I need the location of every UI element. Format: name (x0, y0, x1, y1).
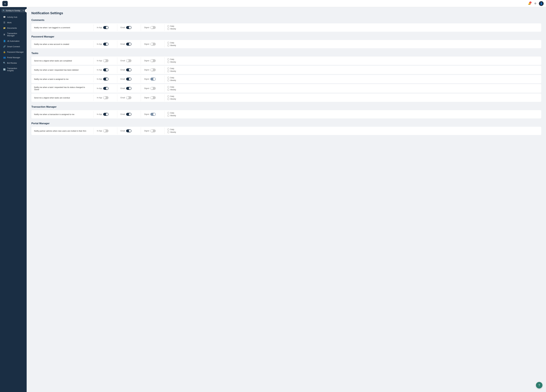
weekly-option[interactable]: Weekly (167, 44, 539, 46)
weekly-label: Weekly (170, 28, 176, 30)
email-segment: Email (117, 24, 141, 31)
notifications-button[interactable]: 🔔 4 (527, 1, 532, 6)
email-toggle[interactable] (126, 68, 131, 71)
inapp-toggle[interactable] (103, 129, 109, 132)
inapp-toggle[interactable] (103, 59, 109, 62)
je-automation-icon: 📘 (3, 40, 6, 42)
inapp-toggle[interactable] (103, 26, 109, 29)
weekly-option[interactable]: Weekly (167, 28, 539, 30)
sidebar-search-container: 🔍 ✕ (1, 9, 25, 13)
app-logo: S (2, 1, 8, 6)
sidebar-item-bot-review[interactable]: 🔍 Bot Review (1, 60, 26, 65)
section-title-comments: Comments (31, 19, 541, 22)
documents-icon: 📁 (3, 27, 6, 29)
sidebar-search-input[interactable] (6, 10, 22, 12)
sidebar-label-work: Work (7, 21, 12, 24)
digest-segment: Digest (141, 40, 165, 48)
notif-row-task-2: Notify me when a task is assigned to me … (31, 75, 541, 83)
inapp-toggle[interactable] (103, 68, 109, 71)
email-toggle[interactable] (126, 43, 131, 46)
app-body: ‹ 🔍 ✕ 💬 Activity Hub ☰ Work 📁 Documents … (0, 7, 546, 392)
notif-label: Notify me when a task I requested has be… (31, 67, 94, 73)
sidebar-item-work[interactable]: ☰ Work (1, 20, 26, 25)
password-manager-icon: 🔒 (3, 51, 6, 53)
section-title-transaction-manager: Transaction Manager (31, 105, 541, 108)
inapp-toggle[interactable] (103, 43, 109, 46)
notif-row-comments-0: Notify me when I am tagged in a comment … (31, 23, 541, 32)
email-toggle[interactable] (126, 113, 131, 116)
notif-row-portal-0: Notify partner admins when new users are… (31, 127, 541, 135)
user-avatar-button[interactable]: 👤 (539, 1, 544, 6)
inapp-toggle[interactable] (103, 96, 109, 99)
daily-option[interactable]: Daily (167, 25, 539, 27)
sidebar-item-documents[interactable]: 📁 Documents (1, 25, 26, 31)
inapp-toggle[interactable] (103, 78, 109, 80)
inapp-toggle[interactable] (103, 87, 109, 90)
sidebar: ‹ 🔍 ✕ 💬 Activity Hub ☰ Work 📁 Documents … (0, 7, 27, 392)
sidebar-collapse-button[interactable]: ‹ (25, 9, 27, 13)
sidebar-item-portal-manager[interactable]: 👥 Portal Manager (1, 55, 26, 60)
sidebar-nav: 💬 Activity Hub ☰ Work 📁 Documents 🖥 Tran… (0, 14, 27, 392)
daily-radio[interactable] (167, 25, 169, 27)
digest-options: Daily Weekly (165, 24, 541, 31)
digest-options: Daily Weekly (165, 40, 541, 48)
notif-row-task-1: Notify me when a task I requested has be… (31, 66, 541, 74)
sidebar-label-transaction-insights: Transaction Insights (7, 67, 24, 72)
sidebar-item-transaction-manager[interactable]: 🖥 Transaction Manager (1, 31, 26, 38)
digest-toggle[interactable] (150, 129, 156, 132)
sidebar-item-password-manager[interactable]: 🔒 Password Manager (1, 49, 26, 55)
email-toggle[interactable] (126, 78, 131, 80)
section-title-tasks: Tasks (31, 52, 541, 55)
settings-button[interactable]: ⚙ (533, 1, 538, 6)
work-icon: ☰ (3, 21, 6, 24)
sidebar-item-je-automation[interactable]: 📘 JE Automation (1, 38, 26, 44)
inapp-segment: In-App (94, 24, 117, 31)
email-segment: Email (117, 40, 141, 48)
weekly-radio[interactable] (167, 28, 169, 30)
email-toggle[interactable] (126, 87, 131, 90)
email-toggle[interactable] (126, 59, 131, 62)
digest-toggle[interactable] (150, 96, 156, 99)
notif-label: Notify me when I am tagged in a comment (31, 24, 94, 31)
digest-segment: Digest (141, 24, 165, 31)
activity-hub-icon: 💬 (3, 16, 6, 18)
sidebar-label-bot-review: Bot Review (7, 62, 17, 64)
notif-label: Notify me when a task is assigned to me (31, 76, 94, 82)
sidebar-item-activity-hub[interactable]: 💬 Activity Hub (1, 14, 26, 20)
digest-toggle[interactable] (150, 26, 156, 29)
email-toggle[interactable] (126, 96, 131, 99)
notif-row-pm-0: Notify me when a new account is created … (31, 40, 541, 48)
digest-toggle[interactable] (150, 113, 156, 116)
help-icon: ? (538, 384, 540, 387)
digest-toggle[interactable] (150, 87, 156, 90)
inapp-toggle[interactable] (103, 113, 109, 116)
sidebar-label-transaction-manager: Transaction Manager (7, 32, 24, 37)
transaction-manager-icon: 🖥 (3, 33, 6, 36)
digest-toggle[interactable] (150, 78, 156, 80)
digest-toggle[interactable] (150, 68, 156, 71)
sidebar-item-smart-connect[interactable]: 🔗 Smart Connect (1, 44, 26, 49)
section-title-portal-manager: Portal Manager (31, 122, 541, 125)
page-title: Notification Settings (31, 11, 541, 15)
section-title-password-manager: Password Manager (31, 35, 541, 38)
notif-label: Send me a digest when tasks are complete… (31, 58, 94, 64)
sidebar-label-password-manager: Password Manager (7, 51, 24, 53)
notif-label: Send me a digest when tasks are overdue (31, 95, 94, 101)
digest-toggle[interactable] (150, 59, 156, 62)
svg-text:S: S (4, 3, 6, 5)
main-content: Notification Settings Comments Notify me… (27, 7, 546, 392)
portal-manager-icon: 👥 (3, 56, 6, 59)
sidebar-label-activity-hub: Activity Hub (7, 16, 17, 18)
sidebar-label-je-automation: JE Automation (7, 40, 20, 42)
daily-option[interactable]: Daily (167, 42, 539, 44)
email-toggle[interactable] (126, 129, 131, 132)
smart-connect-icon: 🔗 (3, 45, 6, 48)
digest-label: Digest (144, 26, 149, 29)
search-clear-button[interactable]: ✕ (22, 10, 24, 12)
digest-toggle[interactable] (150, 43, 156, 46)
email-label: Email (121, 26, 125, 29)
email-toggle[interactable] (126, 26, 131, 29)
sidebar-item-transaction-insights[interactable]: 🔄 Transaction Insights (1, 66, 26, 73)
help-fab-button[interactable]: ? (536, 382, 542, 388)
notif-row-task-4: Send me a digest when tasks are overdue … (31, 94, 541, 102)
